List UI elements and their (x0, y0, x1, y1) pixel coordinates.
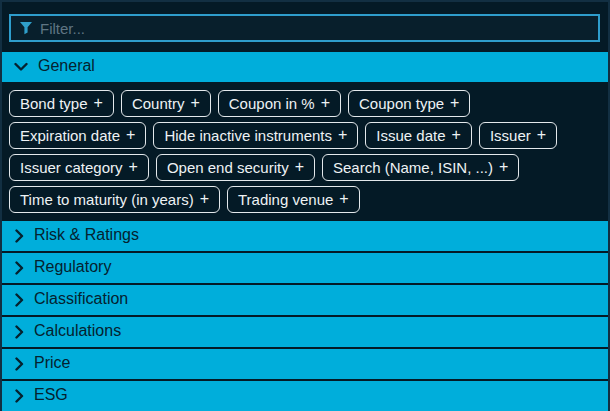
section-label: Calculations (34, 322, 121, 340)
chip-label: Expiration date (20, 127, 120, 144)
filter-chip-coupon-in-percent[interactable]: Coupon in %+ (218, 90, 341, 117)
section-header-classification[interactable]: Classification (2, 285, 608, 315)
chevron-right-icon (14, 325, 24, 339)
chevron-right-icon (14, 293, 24, 307)
filter-chip-issuer[interactable]: Issuer+ (479, 122, 557, 149)
section-header-esg[interactable]: ESG (2, 381, 608, 411)
chevron-right-icon (14, 229, 24, 243)
section-label: General (38, 57, 95, 75)
filter-chip-expiration-date[interactable]: Expiration date+ (9, 122, 146, 149)
section-label: Risk & Ratings (34, 226, 139, 244)
filter-funnel-icon (19, 21, 33, 35)
add-icon: + (338, 126, 347, 144)
section-header-regulatory[interactable]: Regulatory (2, 253, 608, 283)
chip-label: Hide inactive instruments (164, 127, 332, 144)
section-label: ESG (34, 386, 68, 404)
filter-chip-coupon-type[interactable]: Coupon type+ (348, 90, 470, 117)
chip-label: Issuer category (20, 159, 123, 176)
chip-label: Open end security (167, 159, 289, 176)
chevron-right-icon (14, 357, 24, 371)
add-icon: + (295, 158, 304, 176)
chip-label: Trading venue (238, 191, 333, 208)
chip-label: Issue date (376, 127, 445, 144)
add-icon: + (190, 94, 199, 112)
add-icon: + (321, 94, 330, 112)
filter-search-input[interactable] (40, 20, 590, 37)
filter-chip-hide-inactive-instruments[interactable]: Hide inactive instruments+ (153, 122, 358, 149)
add-icon: + (537, 126, 546, 144)
chevron-right-icon (14, 389, 24, 403)
filter-chip-open-end-security[interactable]: Open end security+ (156, 154, 315, 181)
filter-chip-bond-type[interactable]: Bond type+ (9, 90, 114, 117)
section-header-general[interactable]: General (2, 52, 608, 82)
section-header-calculations[interactable]: Calculations (2, 317, 608, 347)
section-label: Classification (34, 290, 128, 308)
add-icon: + (126, 126, 135, 144)
chip-label: Search (Name, ISIN, ...) (333, 159, 493, 176)
chip-label: Country (132, 95, 185, 112)
filter-panel: General Bond type+ Country+ Coupon in %+… (0, 0, 610, 411)
filter-chip-search-name-isin[interactable]: Search (Name, ISIN, ...)+ (322, 154, 519, 181)
filter-chip-issuer-category[interactable]: Issuer category+ (9, 154, 149, 181)
filter-chip-country[interactable]: Country+ (121, 90, 211, 117)
chip-label: Issuer (490, 127, 531, 144)
add-icon: + (452, 126, 461, 144)
filter-chip-trading-venue[interactable]: Trading venue+ (227, 186, 360, 213)
filter-chip-time-to-maturity[interactable]: Time to maturity (in years)+ (9, 186, 220, 213)
chip-label: Bond type (20, 95, 88, 112)
add-icon: + (200, 190, 209, 208)
chevron-right-icon (14, 261, 24, 275)
chevron-down-icon (14, 62, 28, 72)
section-header-price[interactable]: Price (2, 349, 608, 379)
section-label: Regulatory (34, 258, 111, 276)
filter-input-container (9, 14, 600, 42)
section-header-risk-ratings[interactable]: Risk & Ratings (2, 221, 608, 251)
add-icon: + (450, 94, 459, 112)
general-chips-container: Bond type+ Country+ Coupon in %+ Coupon … (2, 82, 608, 219)
chip-label: Coupon in % (229, 95, 315, 112)
add-icon: + (339, 190, 348, 208)
chip-label: Time to maturity (in years) (20, 191, 194, 208)
add-icon: + (94, 94, 103, 112)
add-icon: + (129, 158, 138, 176)
chip-label: Coupon type (359, 95, 444, 112)
add-icon: + (499, 158, 508, 176)
section-label: Price (34, 354, 70, 372)
filter-chip-issue-date[interactable]: Issue date+ (365, 122, 472, 149)
